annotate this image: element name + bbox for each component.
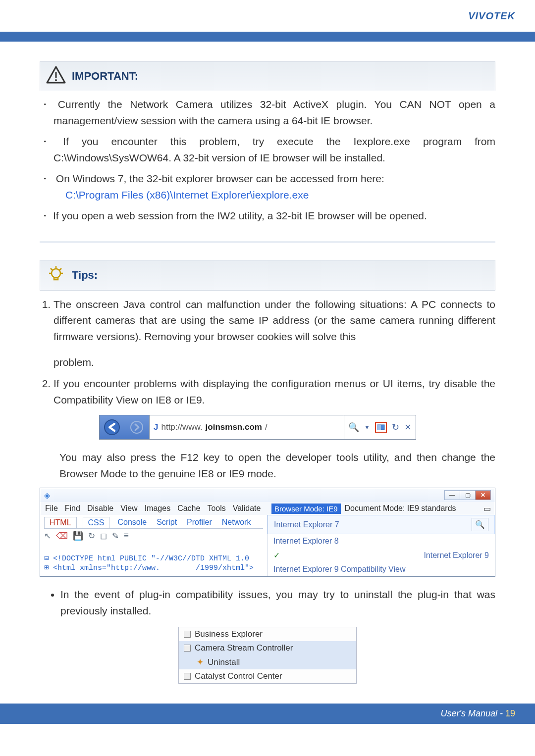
folder-icon [184,645,191,652]
tab-profiler[interactable]: Profiler [185,517,214,528]
menu-item[interactable]: View [120,504,137,513]
page-number: 19 [505,708,515,718]
url-prefix: http://www. [161,422,202,432]
menu-item-business-explorer[interactable]: Business Explorer [179,627,356,641]
plugin-note: In the event of plug-in compatibility is… [60,587,495,619]
uninstall-menu-screenshot: Business Explorer Camera Stream Controll… [178,627,357,684]
tips-after-shot: You may also press the F12 key to open t… [59,450,495,482]
menu-item[interactable]: Find [65,504,80,513]
important-item-text: On Windows 7, the 32-bit explorer browse… [56,173,384,184]
tab-css[interactable]: CSS [83,517,110,528]
svg-point-2 [55,79,57,81]
tips-title: Tips: [72,269,98,282]
warning-icon [46,66,66,87]
tips-item-text: The onscreen Java control can malfunctio… [54,299,495,342]
tips-header: Tips: [40,260,495,291]
search-icon[interactable]: 🔍 [348,422,359,433]
menu-item[interactable]: Validate [233,504,261,513]
dropdown-icon[interactable]: ▼ [364,424,370,431]
brand-label: VIVOTEK [468,10,515,22]
element-icon[interactable]: ◻ [100,531,107,541]
uninstall-icon: ✦ [197,657,204,667]
save-icon[interactable]: 💾 [73,531,83,541]
menu-item[interactable]: File [45,504,58,513]
wrap-icon[interactable]: ≡ [124,531,129,541]
header-strip [0,32,535,42]
menu-item-catalyst[interactable]: Catalyst Control Center [179,669,356,683]
bm-item-ie9compat[interactable]: Internet Explorer 9 Compatibility View [268,562,495,576]
address-field[interactable]: J http://www.joinsmsn.com/ [149,415,344,439]
site-favicon: J [154,422,158,432]
stop-icon[interactable]: ✕ [404,422,412,433]
minimize-icon[interactable]: — [444,490,460,500]
lightbulb-icon [46,264,66,286]
maximize-icon[interactable]: ▢ [460,490,476,500]
important-item: If you encounter this problem, try execu… [54,134,495,166]
search-icon[interactable]: 🔍 [472,518,488,531]
tab-html[interactable]: HTML [44,517,77,528]
svg-line-7 [51,268,53,270]
tips-item: If you encounter problems with displayin… [54,376,495,408]
unpin-icon[interactable]: ▭ [483,504,491,513]
tips-item: The onscreen Java control can malfunctio… [54,297,495,371]
important-item: Currently the Network Camera utilizes 32… [54,97,495,129]
svg-line-8 [59,268,61,270]
ie-path: C:\Program Files (x86)\Internet Explorer… [65,189,309,201]
bm-item-ie9[interactable]: ✓Internet Explorer 9 [268,548,495,562]
menu-item[interactable]: Cache [177,504,200,513]
url-domain: joinsmsn.com [206,422,262,432]
important-item: On Windows 7, the 32-bit explorer browse… [54,171,495,203]
folder-icon [184,631,191,638]
pointer-icon[interactable]: ↖ [44,531,51,541]
tab-console[interactable]: Console [115,517,149,528]
svg-point-9 [105,420,119,435]
checkmark-icon: ✓ [273,551,280,560]
menu-item[interactable]: Tools [207,504,225,513]
problem-word: problem. [54,354,495,371]
devtools-icon: ◈ [44,491,50,500]
separator [40,241,495,243]
forward-button[interactable] [124,415,149,439]
important-item: If you open a web session from the IW2 u… [54,208,495,224]
url-suffix: / [265,422,268,432]
menu-item-camera-stream[interactable]: Camera Stream Controller [179,641,356,655]
svg-point-10 [131,421,143,433]
svg-point-3 [52,269,60,278]
refresh-icon[interactable]: ↻ [392,422,399,433]
tab-script[interactable]: Script [155,517,179,528]
devtools-screenshot: ◈ — ▢ ✕ File Find Disable View Images Ca… [40,488,495,577]
ie-addressbar-screenshot: J http://www.joinsmsn.com/ 🔍 ▼ ↻ ✕ [99,415,495,440]
tips-list: The onscreen Java control can malfunctio… [40,297,495,408]
close-icon[interactable]: ✕ [475,490,491,500]
menu-item[interactable]: Images [145,504,170,513]
page-footer: User's Manual - 19 [0,704,535,724]
clear-icon[interactable]: ⌫ [56,531,68,541]
bm-item-ie7[interactable]: Internet Explorer 7 🔍 [268,515,495,534]
menu-item-uninstall[interactable]: ✦Uninstall [179,655,356,669]
menu-item[interactable]: Disable [87,504,113,513]
document-mode-label[interactable]: Document Mode: IE9 standards [341,504,456,513]
important-list: Currently the Network Camera utilizes 32… [40,97,495,224]
refresh-icon[interactable]: ↻ [88,531,95,541]
devtools-menubar: File Find Disable View Images Cache Tool… [40,502,268,515]
browser-mode-label[interactable]: Browser Mode: IE9 [271,504,341,514]
edit-icon[interactable]: ✎ [112,531,119,541]
compat-view-icon[interactable] [375,422,387,433]
devtools-tabs: HTML CSS Console Script Profiler Network [44,517,263,528]
important-title: IMPORTANT: [72,70,138,83]
tab-network[interactable]: Network [220,517,253,528]
bm-item-ie8[interactable]: Internet Explorer 8 [268,534,495,548]
footer-label: User's Manual - [440,708,505,718]
window-buttons: — ▢ ✕ [445,490,491,500]
back-button[interactable] [100,415,124,439]
html-source: ⊟ <!DOCTYPE html PUBLIC "-//W3C//DTD XHT… [44,545,263,572]
important-header: IMPORTANT: [40,61,495,91]
folder-icon [184,673,191,680]
svg-rect-12 [377,425,381,430]
plugin-note-list: In the event of plug-in compatibility is… [40,587,495,619]
browser-mode-menu: Internet Explorer 7 🔍 Internet Explorer … [268,515,495,576]
devtools-toolbar: ↖ ⌫ 💾 ↻ ◻ ✎ ≡ [44,528,263,543]
